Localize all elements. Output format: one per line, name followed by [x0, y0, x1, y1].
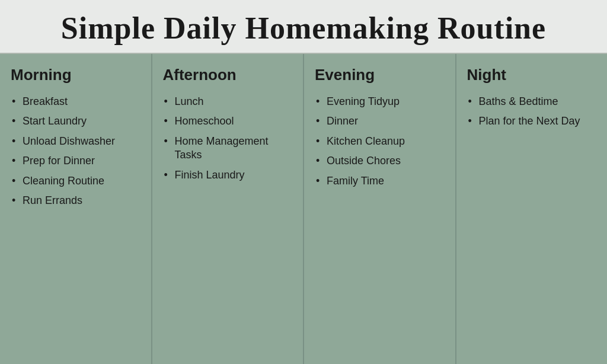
column-evening: EveningEvening TidyupDinnerKitchen Clean…: [304, 54, 456, 364]
column-header-morning: Morning: [11, 66, 140, 84]
list-item: Unload Dishwasher: [11, 135, 140, 148]
list-item: Plan for the Next Day: [467, 114, 597, 128]
list-item: Breakfast: [11, 95, 140, 108]
list-item: Prep for Dinner: [11, 154, 140, 168]
list-item: Baths & Bedtime: [467, 95, 597, 108]
list-item: Family Time: [315, 174, 445, 188]
title-section: Simple Daily Homemaking Routine: [0, 0, 607, 54]
page-wrapper: Simple Daily Homemaking Routine MorningB…: [0, 0, 607, 364]
column-list-evening: Evening TidyupDinnerKitchen CleanupOutsi…: [315, 95, 445, 188]
column-afternoon: AfternoonLunchHomeschoolHome Management …: [152, 54, 305, 364]
list-item: Lunch: [163, 95, 293, 108]
columns-section: MorningBreakfastStart LaundryUnload Dish…: [0, 54, 607, 364]
column-list-morning: BreakfastStart LaundryUnload DishwasherP…: [11, 95, 140, 207]
column-night: NightBaths & BedtimePlan for the Next Da…: [456, 54, 608, 364]
column-morning: MorningBreakfastStart LaundryUnload Dish…: [0, 54, 152, 364]
list-item: Evening Tidyup: [315, 95, 445, 108]
column-header-night: Night: [467, 66, 597, 84]
list-item: Start Laundry: [11, 114, 140, 128]
column-header-afternoon: Afternoon: [163, 66, 293, 84]
list-item: Homeschool: [163, 114, 293, 128]
column-list-afternoon: LunchHomeschoolHome Management TasksFini…: [163, 95, 293, 182]
list-item: Home Management Tasks: [163, 135, 293, 162]
list-item: Outside Chores: [315, 154, 445, 168]
list-item: Dinner: [315, 114, 445, 128]
column-list-night: Baths & BedtimePlan for the Next Day: [467, 95, 597, 129]
column-header-evening: Evening: [315, 66, 445, 84]
list-item: Cleaning Routine: [11, 174, 140, 188]
list-item: Run Errands: [11, 194, 140, 207]
main-title: Simple Daily Homemaking Routine: [12, 11, 595, 46]
list-item: Finish Laundry: [163, 168, 293, 182]
list-item: Kitchen Cleanup: [315, 135, 445, 148]
